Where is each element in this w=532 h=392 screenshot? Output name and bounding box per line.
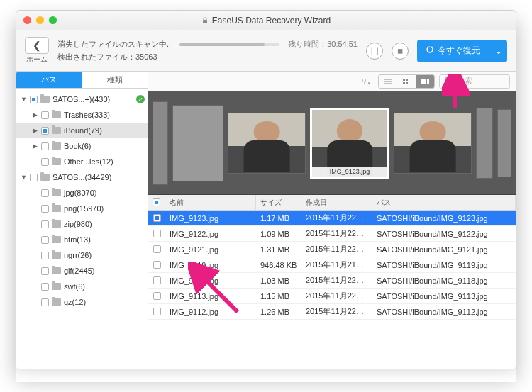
filter-icon[interactable]: ⑂▾ (360, 75, 374, 88)
found-count: 35063 (135, 52, 157, 61)
tree-item[interactable]: png(15970) (16, 201, 148, 216)
checkbox[interactable] (41, 252, 49, 259)
table-row[interactable]: IMG_9121.jpg 1.31 MB 2015年11月22日... SATO… (148, 242, 516, 257)
column-name[interactable]: 名前 (165, 195, 256, 210)
checkbox[interactable] (41, 189, 49, 197)
column-path[interactable]: パス (372, 195, 516, 210)
column-date[interactable]: 作成日 (301, 195, 372, 210)
coverflow-view-button[interactable] (416, 75, 434, 88)
tree-item[interactable]: Other...les(12) (16, 154, 148, 169)
tree-item[interactable]: ▶ Trashes(333) (16, 107, 148, 123)
coverflow-preview[interactable]: IMG_9123.jpg (148, 91, 516, 195)
disclosure-icon[interactable]: ▼ (21, 174, 27, 181)
svg-rect-0 (203, 20, 207, 23)
folder-tree[interactable]: ▼ SATOS...+)(430) ✓▶ Trashes(333) ▶ iBou… (16, 89, 148, 369)
tree-item[interactable]: ▶ iBound(79) (16, 123, 148, 138)
checkbox[interactable] (41, 220, 49, 228)
disclosure-icon[interactable]: ▶ (32, 127, 38, 134)
file-size: 1.15 MB (256, 292, 301, 301)
scan-status: 消失したファイルのスキャン中.. 残り時間：30:54:51 検出されたファイル… (57, 39, 358, 62)
disclosure-icon[interactable]: ▼ (21, 96, 27, 103)
stop-button[interactable]: ◼ (392, 43, 409, 60)
pause-button[interactable]: ❘❘ (366, 43, 383, 60)
checkbox[interactable] (41, 127, 49, 135)
tree-item[interactable]: gz(12) (16, 294, 148, 310)
refresh-icon (426, 45, 434, 56)
checkbox[interactable] (153, 276, 161, 284)
checkbox[interactable] (41, 236, 49, 244)
home-label: ホーム (26, 55, 48, 65)
file-path: SATOSHI/iBound/IMG_9118.jpg (372, 276, 516, 285)
file-path: SATOSHI/iBound/IMG_9113.jpg (372, 292, 516, 301)
tree-item[interactable]: gif(2445) (16, 263, 148, 279)
checkbox[interactable] (41, 142, 49, 150)
folder-icon (52, 111, 61, 118)
file-size: 1.03 MB (256, 276, 301, 285)
tree-item-label: jpg(8070) (64, 189, 96, 197)
tree-item-label: Book(6) (64, 142, 92, 150)
checkbox[interactable] (153, 245, 161, 253)
preview-thumb-selected[interactable]: IMG_9123.jpg (310, 108, 389, 179)
table-row[interactable]: IMG_9123.jpg 1.17 MB 2015年11月22日... SATO… (148, 211, 516, 226)
tree-item-label: iBound(79) (64, 126, 102, 135)
folder-icon (52, 189, 61, 196)
checkbox[interactable] (41, 205, 49, 213)
file-path: SATOSHI/iBound/IMG_9119.jpg (372, 261, 516, 269)
folder-icon (52, 252, 61, 259)
checkbox[interactable] (153, 214, 161, 222)
checkbox[interactable] (41, 267, 49, 275)
checkbox[interactable] (153, 261, 161, 269)
tree-item[interactable]: ▼ SATOS...(34429) (16, 169, 148, 185)
folder-icon (52, 298, 61, 306)
table-row[interactable]: IMG_9112.jpg 1.26 MB 2015年11月22日... SATO… (148, 304, 516, 320)
tab-path[interactable]: パス (16, 72, 82, 88)
checkbox[interactable] (41, 158, 49, 166)
app-window: EaseUS Data Recovery Wizard ❮ ホーム 消失したファ… (16, 10, 516, 370)
tree-item[interactable]: ▼ SATOS...+)(430) ✓ (16, 91, 148, 107)
tree-item-label: ngrr(26) (64, 251, 92, 259)
table-row[interactable]: IMG_9118.jpg 1.03 MB 2015年11月22日... SATO… (148, 273, 516, 289)
grid-view-button[interactable] (397, 75, 416, 88)
tree-item-label: htm(13) (64, 235, 91, 244)
tree-item[interactable]: htm(13) (16, 232, 148, 247)
list-view-button[interactable] (379, 75, 397, 88)
chevron-down-icon[interactable]: ⌄ (489, 40, 507, 62)
folder-icon (40, 96, 50, 103)
checkbox[interactable] (153, 308, 161, 315)
tree-item[interactable]: zip(980) (16, 216, 148, 232)
tree-item[interactable]: ▶ Book(6) (16, 138, 148, 154)
checkbox[interactable] (153, 292, 161, 300)
tree-item[interactable]: ngrr(26) (16, 247, 148, 263)
file-name: IMG_9121.jpg (165, 245, 256, 254)
table-row[interactable]: IMG_9119.jpg 946.48 KB 2015年11月21日... SA… (148, 257, 516, 273)
folder-icon (52, 127, 61, 134)
file-name: IMG_9113.jpg (165, 292, 256, 301)
disclosure-icon[interactable]: ▶ (32, 111, 38, 118)
table-row[interactable]: IMG_9113.jpg 1.15 MB 2015年11月22日... SATO… (148, 289, 516, 304)
table-row[interactable]: IMG_9122.jpg 1.09 MB 2015年11月22日... SATO… (148, 226, 516, 242)
main-pane: ⑂▾ 🔍 検索 IMG_9123.jpg (148, 72, 516, 369)
recover-button[interactable]: 今すぐ復元 ⌄ (417, 40, 507, 62)
tab-type[interactable]: 種類 (82, 72, 148, 88)
column-checkbox[interactable] (148, 195, 165, 210)
checkbox[interactable] (30, 96, 38, 103)
scan-status-text: 消失したファイルのスキャン中.. (57, 39, 171, 50)
back-button[interactable]: ❮ (25, 37, 49, 54)
folder-icon (52, 283, 61, 290)
checkbox[interactable] (41, 298, 49, 306)
file-date: 2015年11月22日... (301, 291, 372, 301)
scan-progress (179, 43, 279, 46)
folder-icon (40, 174, 50, 181)
file-size: 1.26 MB (256, 308, 301, 316)
checkbox[interactable] (41, 283, 49, 291)
checkbox[interactable] (30, 174, 38, 181)
file-list[interactable]: IMG_9123.jpg 1.17 MB 2015年11月22日... SATO… (148, 211, 516, 369)
tree-item[interactable]: jpg(8070) (16, 185, 148, 201)
disclosure-icon[interactable]: ▶ (32, 142, 38, 150)
checkbox[interactable] (41, 111, 49, 119)
tree-item[interactable]: swf(6) (16, 279, 148, 294)
checkbox[interactable] (153, 230, 161, 237)
titlebar: EaseUS Data Recovery Wizard (16, 11, 516, 30)
search-input[interactable]: 🔍 検索 (439, 74, 510, 89)
column-size[interactable]: サイズ (256, 195, 301, 210)
